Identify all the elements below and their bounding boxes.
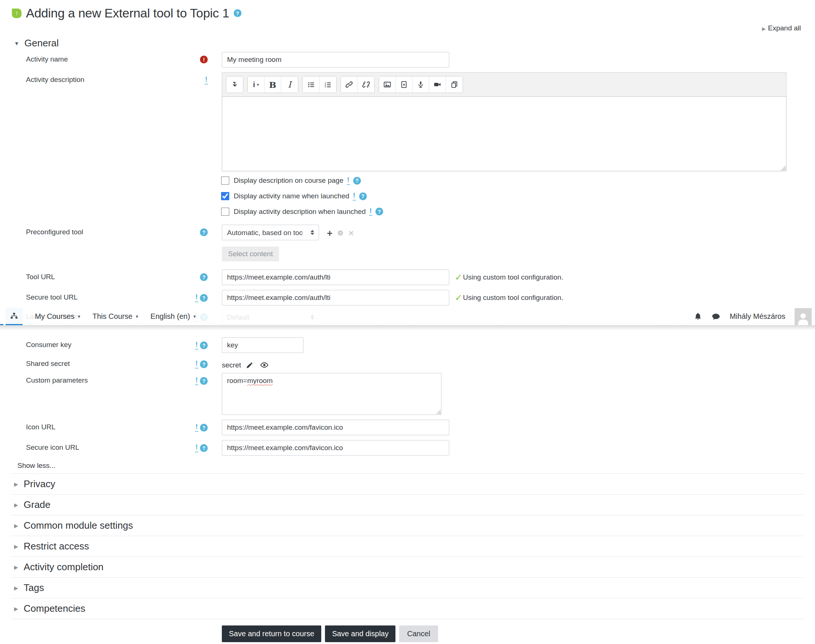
edit-tool-gear-icon[interactable] [337, 229, 344, 237]
warning-icon: ! [205, 76, 208, 84]
person-icon [796, 310, 810, 325]
delete-tool-icon[interactable]: × [348, 229, 354, 238]
preconfigured-tool-select[interactable]: Automatic, based on tool URL [222, 225, 319, 240]
help-icon[interactable]: ? [200, 424, 208, 432]
secure-tool-url-status: ✓ Using custom tool configuration. [455, 290, 563, 305]
section-header-common-module-settings[interactable]: ▶ Common module settings [11, 515, 804, 536]
row-activity-name: Activity name ! [11, 52, 804, 67]
collapse-triangle-icon: ▶ [14, 544, 18, 549]
save-and-return-button[interactable]: Save and return to course [222, 626, 321, 642]
nav-menu-this-course[interactable]: This Course▾ [92, 312, 138, 321]
help-icon[interactable]: ? [200, 360, 208, 368]
secure-tool-url-input[interactable] [222, 290, 449, 305]
shared-secret-label: Shared secret [26, 360, 70, 368]
help-icon[interactable]: ? [200, 342, 208, 349]
display-activity-description-checkbox[interactable] [221, 208, 230, 216]
help-icon[interactable]: ? [353, 177, 361, 185]
help-icon[interactable]: ? [200, 377, 208, 385]
bold-icon[interactable]: B [264, 77, 281, 93]
svg-text:3: 3 [324, 85, 326, 88]
warning-icon: ! [353, 192, 356, 201]
collapse-triangle-icon: ▶ [14, 502, 18, 508]
page: ↑ Adding a new External tool to Topic 1 … [0, 0, 815, 644]
consumer-key-input[interactable] [222, 337, 303, 353]
consumer-key-label: Consumer key [26, 341, 72, 349]
section-header-privacy[interactable]: ▶ Privacy [11, 474, 804, 495]
messages-button[interactable] [712, 312, 720, 321]
warning-icon: ! [195, 423, 198, 432]
section-header-tags[interactable]: ▶ Tags [11, 578, 804, 598]
title-help-icon[interactable]: ? [234, 9, 241, 17]
record-audio-icon[interactable] [412, 77, 429, 93]
chat-icon [712, 312, 720, 321]
help-icon[interactable]: ? [200, 294, 208, 302]
section-header-competencies[interactable]: ▶ Competencies [11, 598, 804, 619]
show-less-link[interactable]: Show less... [17, 462, 804, 470]
help-icon[interactable]: ? [359, 192, 367, 200]
tool-url-label: Tool URL [26, 273, 55, 281]
page-header: ↑ Adding a new External tool to Topic 1 … [12, 6, 804, 20]
edit-secret-button[interactable] [246, 362, 253, 369]
italic-icon[interactable]: I [281, 77, 298, 93]
activity-name-label: Activity name [26, 55, 68, 63]
warning-icon: ! [195, 444, 198, 452]
help-icon[interactable]: ? [200, 444, 208, 452]
section-header-restrict-access[interactable]: ▶ Restrict access [11, 536, 804, 557]
preconfigured-tool-label: Preconfigured tool [26, 228, 83, 236]
shared-secret-value: secret [222, 361, 241, 369]
tool-url-status: ✓ Using custom tool configuration. [455, 270, 563, 285]
select-content-button[interactable]: Select content [222, 247, 279, 261]
paragraph-styles-icon[interactable]: i▾ [248, 77, 264, 93]
cancel-button[interactable]: Cancel [399, 626, 438, 642]
display-description-checkbox[interactable] [221, 176, 230, 185]
misspelled-word: myroom [247, 377, 273, 385]
user-name[interactable]: Mihály Mészáros [730, 312, 785, 321]
save-and-display-button[interactable]: Save and display [325, 626, 395, 642]
sitemap-tab[interactable] [6, 308, 23, 325]
tool-url-input[interactable] [222, 270, 449, 285]
help-icon[interactable]: ? [200, 228, 208, 236]
ordered-list-icon[interactable]: 123 [319, 77, 336, 93]
custom-parameters-textarea[interactable]: room=myroom [222, 373, 441, 415]
display-activity-name-checkbox[interactable] [221, 192, 230, 201]
reveal-secret-button[interactable] [260, 361, 269, 369]
expand-all-link[interactable]: ▶Expand all [11, 24, 801, 32]
checkmark-icon: ✓ [455, 293, 462, 303]
section-header-grade[interactable]: ▶ Grade [11, 495, 804, 515]
record-video-icon[interactable] [429, 77, 446, 93]
top-navbar: My Courses▾ This Course▾ English (en)▾ M… [0, 308, 815, 325]
resize-handle[interactable] [436, 409, 441, 414]
add-tool-icon[interactable]: + [327, 228, 332, 238]
help-icon[interactable]: ? [375, 208, 383, 215]
row-icon-url: Icon URL ! ? [11, 420, 804, 435]
collapse-triangle-icon: ▶ [14, 606, 18, 612]
resize-handle[interactable] [781, 166, 786, 170]
unlink-icon[interactable] [358, 77, 374, 93]
help-icon[interactable]: ? [200, 273, 208, 281]
editor-content-area[interactable] [222, 97, 786, 171]
nav-menu-language[interactable]: English (en)▾ [151, 312, 196, 321]
avatar[interactable] [795, 308, 812, 325]
nav-menu-my-courses[interactable]: My Courses▾ [35, 312, 80, 321]
section-header-general[interactable]: ▼ General [14, 37, 804, 49]
insert-media-icon[interactable] [396, 77, 412, 93]
unordered-list-icon[interactable] [303, 77, 319, 93]
notifications-button[interactable] [694, 312, 702, 321]
link-icon[interactable] [341, 77, 358, 93]
icon-url-input[interactable] [222, 420, 449, 435]
insert-image-icon[interactable] [379, 77, 396, 93]
navbar-edge-fragment [0, 324, 3, 325]
secure-icon-url-input[interactable] [222, 440, 449, 455]
form-actions: Save and return to course Save and displ… [222, 626, 804, 642]
activity-name-input[interactable] [222, 52, 449, 67]
collapse-triangle-icon: ▶ [14, 564, 18, 570]
collapse-triangle-icon: ▶ [14, 481, 18, 487]
bell-icon [694, 312, 702, 321]
collapse-toolbar-icon[interactable] [226, 77, 243, 93]
row-activity-description: Activity description ! i▾ B I [11, 72, 804, 171]
manage-files-icon[interactable] [446, 77, 463, 93]
row-consumer-key: Consumer key ! ? [11, 337, 804, 353]
section-header-activity-completion[interactable]: ▶ Activity completion [11, 557, 804, 578]
custom-parameters-label: Custom parameters [26, 376, 88, 385]
editor-toolbar: i▾ B I 123 [222, 72, 786, 97]
